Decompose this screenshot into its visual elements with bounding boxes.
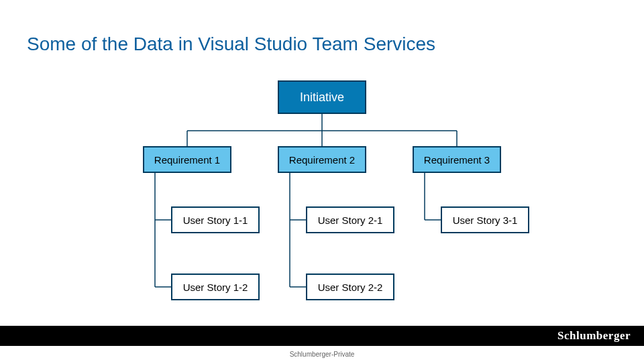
brand-logo: Schlumberger xyxy=(557,329,631,343)
slide-title: Some of the Data in Visual Studio Team S… xyxy=(27,34,435,55)
node-user-story-2-1: User Story 2-1 xyxy=(306,206,394,233)
node-user-story-1-1: User Story 1-1 xyxy=(171,206,260,233)
node-requirement-2: Requirement 2 xyxy=(278,146,366,173)
node-user-story-2-2: User Story 2-2 xyxy=(306,274,394,300)
node-requirement-3: Requirement 3 xyxy=(413,146,501,173)
footer-band: Schlumberger xyxy=(0,326,644,346)
node-requirement-1: Requirement 1 xyxy=(143,146,231,173)
node-initiative: Initiative xyxy=(278,80,366,114)
node-user-story-3-1: User Story 3-1 xyxy=(441,206,529,233)
node-user-story-1-2: User Story 1-2 xyxy=(171,274,260,300)
privacy-label: Schlumberger-Private xyxy=(0,351,644,358)
